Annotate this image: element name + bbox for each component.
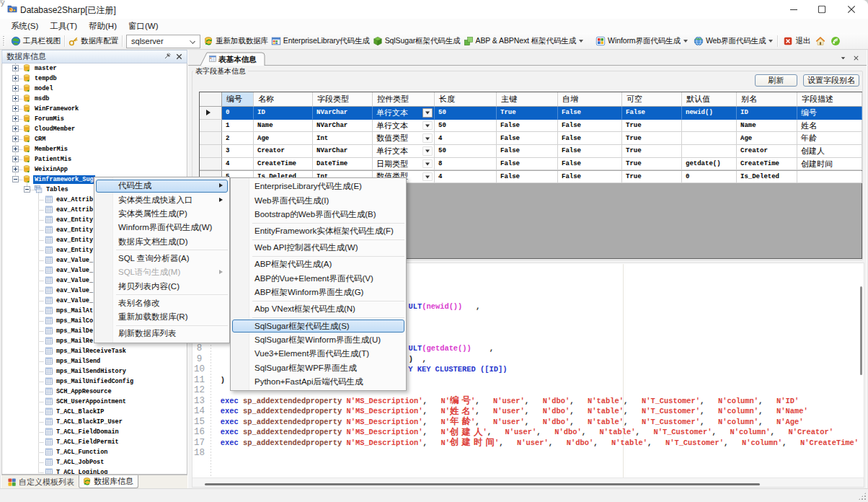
tree-item-CloudMember[interactable]: CloudMember (2, 124, 187, 134)
cell-默认值[interactable]: getdate() (682, 158, 737, 171)
cell-主键[interactable]: False (497, 120, 558, 133)
cell-控件类型[interactable]: 单行文本 (373, 107, 435, 120)
cell-字段类型[interactable]: NVarChar (313, 107, 373, 120)
pin-icon[interactable] (162, 52, 172, 61)
combo-dropdown-button[interactable] (422, 172, 433, 182)
refresh-button[interactable]: 刷新 (755, 74, 797, 87)
close-button[interactable] (839, 0, 864, 19)
grid-column-header-控件类型[interactable]: 控件类型 (373, 92, 435, 107)
expand-icon[interactable] (12, 166, 19, 172)
toolbar-button-ABP & ABPNext 框架代码生成[interactable]: ABP & ABPNext 框架代码生成 (462, 34, 586, 48)
cell-字段类型[interactable]: DateTime (313, 158, 373, 171)
toolbar-button-退出[interactable]: 退出 (781, 34, 812, 48)
menu-item-0[interactable]: 系统(S) (11, 21, 38, 32)
cell-默认值[interactable]: 0 (682, 171, 737, 184)
cell-主键[interactable]: False (497, 158, 558, 171)
toolbar-grip[interactable] (3, 36, 5, 46)
combo-dropdown-button[interactable] (422, 159, 433, 169)
cell-自增[interactable]: False (558, 132, 622, 145)
cell-别名[interactable]: Is_Deleted (737, 171, 797, 184)
cell-别名[interactable]: CreateTime (737, 158, 797, 171)
tab-close-icon[interactable] (852, 54, 860, 62)
submenu-item-ABP的Vue+Element界面代码(V)[interactable]: ABP的Vue+Element界面代码(V) (231, 272, 406, 286)
grid-column-header-可空[interactable]: 可空 (622, 92, 682, 107)
toolbar-button-数据库配置[interactable]: 数据库配置 (67, 34, 120, 48)
expand-icon[interactable] (12, 105, 19, 112)
submenu-item-EnterpriseLibrary代码生成(E)[interactable]: EnterpriseLibrary代码生成(E) (231, 180, 406, 193)
context-menu-item-SQL语句生成(M)[interactable]: SQL语句生成(M) (94, 265, 229, 279)
tab-table-basic-info[interactable]: 表基本信息 (200, 52, 266, 66)
combo-dropdown-button[interactable] (422, 133, 433, 143)
db-type-combobox[interactable]: sqlserver (126, 35, 200, 48)
cell-可空[interactable]: True (622, 132, 682, 145)
grid-column-header-字段描述[interactable]: 字段描述 (797, 92, 862, 107)
cell-主键[interactable]: False (497, 145, 558, 158)
expand-icon[interactable] (12, 115, 19, 122)
toolbar-button-blog[interactable] (829, 34, 842, 48)
tree-item-CRM[interactable]: CRM (2, 134, 187, 144)
panel-tab-自定义模板列表[interactable]: 自定义模板列表 (4, 475, 79, 488)
context-menu-item-代码生成[interactable]: 代码生成 (94, 179, 229, 193)
cell-字段描述[interactable] (797, 171, 862, 184)
cell-自增[interactable]: False (558, 107, 622, 120)
cell-自增[interactable]: False (558, 171, 622, 184)
expand-icon[interactable] (12, 85, 19, 92)
toolbar-button-EnterpriseLibrary代码生成[interactable]: EnterpriseLibrary代码生成 (270, 34, 371, 48)
submenu-item-Web API控制器代码生成(W)[interactable]: Web API控制器代码生成(W) (231, 241, 406, 255)
cell-主键[interactable]: False (497, 132, 558, 145)
context-menu-item-刷新数据库列表[interactable]: 刷新数据库列表 (94, 327, 229, 340)
cell-字段类型[interactable]: Int (313, 132, 373, 145)
submenu-item-ABP框架代码生成(A)[interactable]: ABP框架代码生成(A) (231, 257, 406, 271)
tree-item-mps_MailSend[interactable]: mps_MailSend (2, 356, 187, 366)
tab-list-dropdown-icon[interactable] (839, 54, 847, 62)
editor-hscrollbar[interactable] (192, 477, 864, 487)
expand-icon[interactable] (12, 75, 19, 82)
cell-可空[interactable]: True (622, 145, 682, 158)
cell-编号[interactable]: 3 (222, 145, 254, 158)
cell-别名[interactable]: Creator (737, 145, 797, 158)
tree-item-msdb[interactable]: msdb (2, 94, 187, 104)
cell-字段类型[interactable]: NVarChar (313, 120, 373, 133)
cell-主键[interactable]: True (497, 107, 558, 120)
grid-column-header-自增[interactable]: 自增 (558, 92, 622, 107)
tree-item-ForumMis[interactable]: ForumMis (2, 114, 187, 124)
cell-默认值[interactable] (682, 145, 737, 158)
toolbar-button-工具栏视图[interactable]: 工具栏视图 (9, 34, 62, 48)
row-selector[interactable] (200, 158, 222, 171)
expand-icon[interactable] (12, 126, 19, 132)
tree-item-T_ACL_JobPost[interactable]: T_ACL_JobPost (2, 457, 187, 467)
cell-长度[interactable]: 4 (435, 132, 497, 145)
cell-默认值[interactable]: newid() (682, 107, 737, 120)
tree-item-mps_MailUnifiedConfig[interactable]: mps_MailUnifiedConfig (2, 376, 187, 387)
expand-icon[interactable] (12, 136, 19, 142)
row-selector[interactable] (200, 145, 222, 158)
cell-控件类型[interactable]: 单行文本 (373, 145, 435, 158)
tree-item-model[interactable]: model (2, 84, 187, 94)
tree-item-T_ACL_LoginLog[interactable]: T_ACL_LoginLog (2, 467, 187, 475)
cell-别名[interactable]: Age (737, 132, 797, 145)
grid-column-header-主键[interactable]: 主键 (497, 92, 558, 107)
cell-可空[interactable]: False (622, 107, 682, 120)
toolbar-button-重新加载数据库[interactable]: 重新加载数据库 (202, 34, 270, 48)
tree-item-WeixinApp[interactable]: WeixinApp (2, 164, 187, 175)
cell-名称[interactable]: ID (254, 107, 313, 120)
cell-可空[interactable]: True (622, 120, 682, 133)
row-selector[interactable] (200, 120, 222, 133)
grid-column-header-默认值[interactable]: 默认值 (682, 92, 737, 107)
combo-dropdown-button[interactable] (422, 121, 433, 131)
row-selector[interactable] (200, 107, 222, 120)
cell-字段描述[interactable]: 创建时间 (797, 158, 862, 171)
cell-编号[interactable]: 1 (222, 120, 254, 133)
grid-column-header-别名[interactable]: 别名 (737, 92, 797, 107)
cell-别名[interactable]: ID (737, 107, 797, 120)
cell-字段描述[interactable]: 年龄 (797, 132, 862, 145)
tree-item-WinFramework[interactable]: WinFramework (2, 104, 187, 114)
cell-长度[interactable]: 50 (435, 145, 497, 158)
tree-item-T_ACL_Function[interactable]: T_ACL_Function (2, 447, 187, 457)
cell-长度[interactable]: 4 (435, 171, 497, 184)
cell-字段类型[interactable]: NVarChar (313, 145, 373, 158)
submenu-item-Vue3+Element界面代码生成(T)[interactable]: Vue3+Element界面代码生成(T) (231, 347, 406, 361)
grid-column-header-编号[interactable]: 编号 (222, 92, 254, 107)
cell-自增[interactable]: False (558, 158, 622, 171)
grid-column-header-长度[interactable]: 长度 (435, 92, 497, 107)
